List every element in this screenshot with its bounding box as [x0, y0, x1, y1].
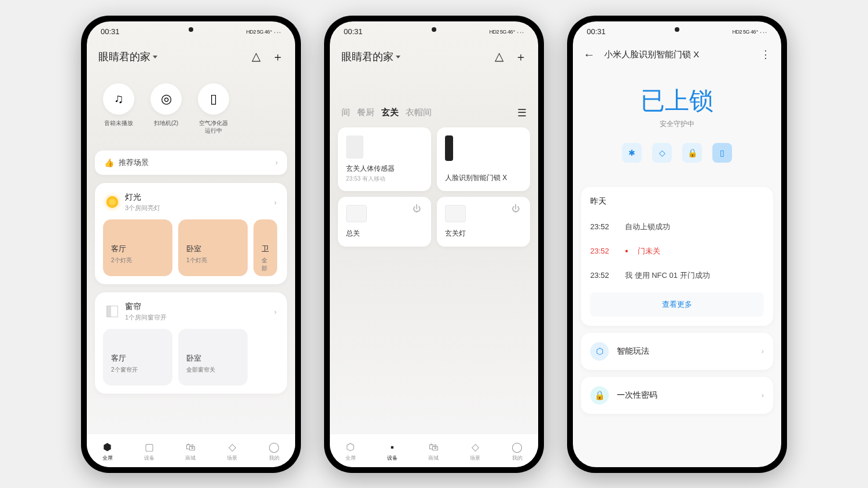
room-tab[interactable]: 衣帽间	[406, 107, 432, 118]
profile-icon: ◯	[269, 441, 279, 453]
more-icon[interactable]: ⋮	[760, 48, 771, 61]
nav-devices[interactable]: ▪设备	[387, 442, 398, 462]
nav-store[interactable]: 🛍商城	[185, 442, 196, 462]
device-status: 23:53 有人移动	[346, 175, 423, 183]
nav-devices[interactable]: ▢设备	[144, 441, 155, 462]
power-icon[interactable]: ⏻	[413, 204, 424, 215]
log-entry[interactable]: 23:52 自动上锁成功	[590, 215, 764, 239]
view-more-button[interactable]: 查看更多	[590, 292, 764, 317]
device-name: 玄关灯	[445, 229, 522, 239]
tile-sub: 1个灯亮	[186, 256, 240, 265]
notifications-icon[interactable]: △	[252, 49, 260, 65]
menu-icon[interactable]: ☰	[517, 107, 527, 119]
room-tile-living-curtain[interactable]: 客厅 2个窗帘开	[103, 329, 172, 386]
setting-label: 智能玩法	[617, 346, 753, 357]
back-icon[interactable]: ←	[583, 48, 595, 61]
recommended-scenes-card[interactable]: 👍 推荐场景 ›	[95, 151, 287, 175]
store-icon: 🛍	[186, 442, 196, 453]
chevron-right-icon: ›	[762, 347, 764, 355]
app-header: 眼睛君的家 △ ＋	[330, 42, 538, 72]
purifier-icon: ▯	[198, 83, 229, 115]
room-tab[interactable]: 餐厨	[357, 107, 374, 118]
room-tile-bedroom-curtain[interactable]: 卧室 全部窗帘关	[178, 329, 248, 386]
face-icon[interactable]: ◇	[652, 143, 672, 163]
status-bar: 00:31 HD2 5G 46⁺ ⬫⬫⬫	[87, 21, 295, 42]
log-entry[interactable]: 23:52 我 使用 NFC 01 开门成功	[590, 263, 764, 288]
phone-frame-2: 00:31 HD2 5G 46⁺ ⬫⬫⬫ 眼睛君的家 △ ＋ 间 餐厨 玄关 衣…	[324, 16, 544, 473]
detail-header: ← 小米人脸识别智能门锁 X ⋮	[573, 42, 781, 67]
lock-status-hero: 已上锁 安全守护中 ✱ ◇ 🔒 ▯	[573, 67, 781, 177]
tile-title: 卫	[262, 244, 269, 254]
profile-icon: ◯	[512, 441, 523, 453]
chevron-right-icon: ›	[275, 158, 278, 167]
lights-group-header[interactable]: 灯光 3个房间亮灯 ›	[103, 191, 279, 219]
setting-smart-play[interactable]: ⬡ 智能玩法 ›	[581, 333, 773, 370]
tile-title: 卧室	[186, 244, 240, 254]
nav-profile[interactable]: ◯我的	[269, 441, 279, 462]
log-text: 自动上锁成功	[625, 222, 670, 232]
bluetooth-icon[interactable]: ✱	[622, 143, 642, 163]
status-bar: 00:31 HD2 5G 46⁺ ⬫⬫⬫	[330, 21, 538, 42]
room-tile-living[interactable]: 客厅 2个灯亮	[103, 219, 172, 276]
chevron-right-icon: ›	[274, 198, 277, 207]
app-header: 眼睛君的家 △ ＋	[87, 42, 295, 72]
curtain-icon	[106, 306, 118, 317]
nav-home[interactable]: ⬢全屋	[102, 441, 113, 462]
status-bar: 00:31 HD2 5G 46⁺ ⬫⬫⬫	[573, 21, 781, 42]
lock-status-text: 已上锁	[573, 85, 781, 117]
scenes-icon: ◇	[229, 441, 236, 453]
status-indicators: HD2 5G 46⁺ ⬫⬫⬫	[246, 29, 281, 35]
vacuum-icon: ◎	[150, 83, 182, 115]
scene-label: 推荐场景	[119, 157, 271, 168]
power-icon[interactable]: ⏻	[512, 204, 523, 215]
room-tab[interactable]: 间	[341, 107, 350, 118]
notifications-icon[interactable]: △	[495, 49, 503, 65]
home-dropdown[interactable]: 眼睛君的家	[98, 50, 157, 64]
log-entry-alert[interactable]: 23:52 • 门未关	[590, 239, 764, 263]
device-name: 玄关人体传感器	[346, 164, 423, 174]
group-title: 灯光	[125, 192, 269, 203]
bottom-nav: ⬡全屋 ▪设备 🛍商城 ◇场景 ◯我的	[330, 434, 538, 467]
tile-sub: 2个窗帘开	[111, 366, 164, 374]
bottom-nav: ⬢全屋 ▢设备 🛍商城 ◇场景 ◯我的	[87, 434, 295, 467]
nav-home[interactable]: ⬡全屋	[345, 441, 356, 462]
home-icon: ⬢	[103, 441, 112, 453]
nav-scenes[interactable]: ◇场景	[227, 441, 237, 462]
quick-label: 扫地机(2)	[154, 119, 178, 127]
room-tile-bath[interactable]: 卫 全部	[253, 219, 277, 276]
group-sub: 3个房间亮灯	[125, 204, 269, 212]
add-icon[interactable]: ＋	[515, 49, 527, 65]
device-card-lock[interactable]: 人脸识别智能门锁 X	[437, 127, 530, 191]
nav-profile[interactable]: ◯我的	[512, 441, 523, 462]
nav-scenes[interactable]: ◇场景	[470, 441, 480, 462]
status-time: 00:31	[101, 27, 120, 36]
home-dropdown[interactable]: 眼睛君的家	[341, 50, 400, 64]
room-tab-active[interactable]: 玄关	[381, 107, 399, 118]
group-sub: 1个房间窗帘开	[125, 313, 269, 322]
tile-sub: 2个灯亮	[111, 256, 164, 265]
screen-home: 00:31 HD2 5G 46⁺ ⬫⬫⬫ 眼睛君的家 △ ＋ ♫ 音箱未播放 ◎…	[87, 21, 295, 467]
quick-item-purifier[interactable]: ▯ 空气净化器 运行中	[193, 83, 234, 134]
device-card-sensor[interactable]: 玄关人体传感器 23:53 有人移动	[338, 127, 431, 191]
add-icon[interactable]: ＋	[272, 49, 284, 65]
room-tile-bedroom[interactable]: 卧室 1个灯亮	[178, 219, 248, 276]
quick-item-speaker[interactable]: ♫ 音箱未播放	[98, 83, 139, 134]
battery-icon[interactable]: ▯	[712, 143, 732, 163]
setting-label: 一次性密码	[617, 390, 753, 401]
setting-otp[interactable]: 🔒 一次性密码 ›	[581, 377, 773, 414]
sensor-icon	[346, 135, 363, 159]
nav-store[interactable]: 🛍商城	[428, 442, 439, 462]
devices-icon: ▢	[145, 441, 154, 453]
device-card-entry-light[interactable]: ⏻ 玄关灯	[437, 197, 530, 247]
devices-icon: ▪	[391, 442, 394, 453]
curtains-group-header[interactable]: 窗帘 1个房间窗帘开 ›	[103, 300, 279, 329]
hex-icon: ⬡	[590, 342, 609, 361]
padlock-icon[interactable]: 🔒	[682, 143, 702, 163]
lock-status-sub: 安全守护中	[573, 119, 781, 129]
log-text: 门未关	[638, 246, 660, 256]
device-card-master-switch[interactable]: ⏻ 总关	[338, 197, 431, 247]
log-time: 23:52	[590, 247, 616, 255]
quick-item-vacuum[interactable]: ◎ 扫地机(2)	[146, 83, 186, 134]
page-title: 小米人脸识别智能门锁 X	[604, 49, 751, 60]
chevron-right-icon: ›	[762, 391, 764, 399]
